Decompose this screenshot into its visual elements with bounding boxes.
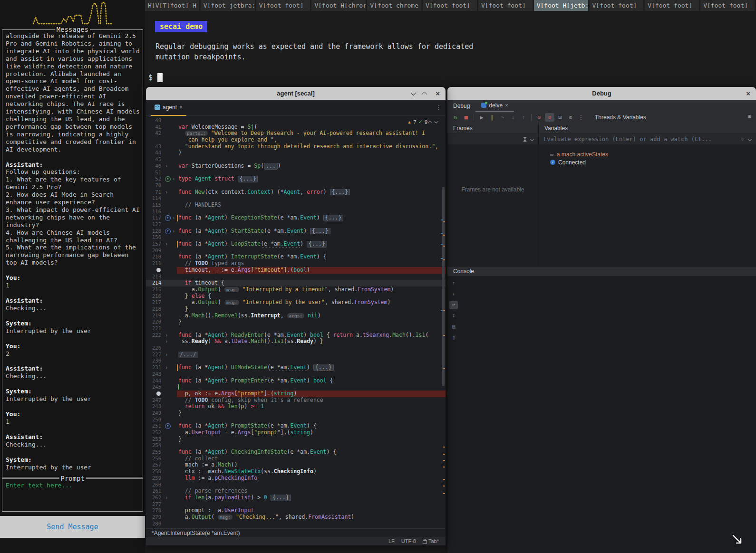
terminal-tab[interactable]: V[foot H[jetb: [534,0,588,11]
line-number: 280 [146,521,164,527]
editor-breadcrumb[interactable]: *Agent.InterruptState(e *am.Event) [146,528,446,537]
layout-settings-icon[interactable]: ⊞ [748,113,751,120]
terminal-tab[interactable]: V[foot H[chror [311,0,366,11]
overrides-icon[interactable]: ↑ [165,215,171,221]
line-number: 227 [146,352,164,358]
terminal-tab[interactable]: V[foot foot] [590,0,644,11]
fold-arrow-icon[interactable]: › [165,352,168,358]
scroll-to-end-icon[interactable]: ↧ [449,312,458,320]
gutter [164,475,177,482]
watch-item[interactable]: iConnected [550,158,756,166]
indent-indicator[interactable]: Tab* [428,537,439,545]
prompt-panel[interactable]: Prompt Enter text here... [2,478,143,512]
chat-message: You:1 [6,274,141,289]
print-icon[interactable]: ▤ [449,323,458,331]
encoding-indicator[interactable]: UTF-8 [401,537,416,545]
terminal-tab[interactable]: V[foot jetbra: [201,0,255,11]
terminal-tab[interactable]: V[foot foot] [423,0,477,11]
fold-arrow-icon[interactable]: › [172,176,175,182]
editor-tab-agent[interactable]: agent × [151,100,186,116]
resume-icon[interactable]: ▶ [477,113,486,122]
hourglass-icon[interactable] [523,137,527,142]
terminal-tab[interactable]: V[foot chrome [367,0,421,11]
pause-icon[interactable]: ∥ [487,113,497,122]
step-into-icon[interactable]: ↓ [508,113,518,122]
watch-label: Connected [558,159,586,166]
line-number: 116 [146,209,164,215]
step-out-icon[interactable]: ↑ [519,113,528,122]
code-text: } [177,410,446,417]
evaluate-expression-input[interactable]: Evaluate expression (Enter) or add a wat… [543,136,737,143]
evaluate-expression-row[interactable]: Evaluate expression (Enter) or add a wat… [539,134,756,144]
messages-panel: Messages alongside the release of Gemini… [2,29,143,477]
window-minimize-icon[interactable] [411,90,416,95]
stop-icon[interactable]: ■ [461,113,471,122]
fold-arrow-icon[interactable]: › [165,338,168,345]
code-editor[interactable]: ▲ 7 ✓ 9 4041var WelcomeMessage = Sj(42 p… [146,115,446,528]
toolbar-separator [531,114,532,121]
more-icon[interactable]: ⋮ [576,113,586,122]
rerun-icon[interactable]: ↻ [451,113,460,122]
clear-console-icon[interactable]: ▯ [449,334,458,342]
fold-arrow-icon[interactable]: › [165,241,168,248]
tab-close-icon[interactable]: × [505,102,508,109]
snapshot-icon[interactable]: ⊡ [555,113,565,122]
code-line: 222›func (a *Agent) ReadyEnter(e *am.Eve… [146,332,446,339]
debug-tab-delve[interactable]: delve× [475,100,514,112]
fold-arrow-icon[interactable]: › [172,228,175,235]
fold-arrow-icon[interactable]: › [172,215,175,221]
line-ending-indicator[interactable]: LF [388,537,395,545]
send-message-button[interactable]: Send Message [0,516,145,538]
line-number: 70 [146,182,164,189]
fold-arrow-icon[interactable]: › [165,332,168,339]
terminal-tab[interactable]: V[foot foot] [256,0,310,11]
console-header[interactable]: Console [447,266,756,276]
fold-arrow-icon[interactable]: › [165,364,168,371]
view-breakpoints-icon[interactable]: ⊘ [545,113,554,122]
breakpoint-dot[interactable] [156,391,161,396]
chevron-down-icon[interactable] [530,137,534,141]
mute-breakpoints-icon[interactable]: ⊘ [534,113,544,122]
gutter [164,488,177,495]
terminal-tab[interactable]: V[foot foot] [478,0,533,11]
terminal-cursor [157,73,163,82]
code-lines: 4041var WelcomeMessage = Sj(42 parts…: "… [146,117,446,527]
ide-titlebar[interactable]: agent [secai] × [146,87,446,100]
gutter: › [164,352,177,358]
add-watch-icon[interactable]: + [741,136,745,143]
scroll-up-icon[interactable]: ↑ [449,279,458,287]
implemented-icon[interactable]: ↑ [165,176,171,182]
gutter [164,325,177,332]
terminal-tab[interactable]: H[V[T[foot] H [145,0,199,11]
editor-options-kebab-icon[interactable]: ⋮ [436,104,442,111]
stripe-mark [441,244,443,245]
soft-wrap-icon[interactable]: ↩ [449,301,458,309]
window-maximize-icon[interactable] [422,91,427,96]
breakpoint-dot[interactable] [156,268,161,272]
shell-prompt[interactable]: $ [148,73,756,82]
window-close-icon[interactable]: × [746,90,750,97]
tab-close-icon[interactable]: × [179,104,183,111]
gutter [164,202,177,209]
scroll-down-icon[interactable]: ↓ [449,290,458,298]
editor-scrollbar[interactable] [442,187,445,386]
terminal-tab[interactable]: V[foot foot] [645,0,699,11]
threads-and-variables: Frames Frames are not available Variable… [447,123,756,266]
step-over-icon[interactable]: ↷ [498,113,507,122]
fold-arrow-icon[interactable]: › [165,189,168,196]
gutter [164,209,177,215]
debug-tab-debug[interactable]: Debug [447,100,475,112]
watch-item[interactable]: ∞a.mach.activeStates [550,150,756,158]
fold-arrow-icon[interactable]: › [165,495,168,501]
chevron-down-icon[interactable] [748,137,752,141]
prompt-input[interactable]: Enter text here... [6,482,73,489]
fold-arrow-icon[interactable]: › [165,163,168,170]
terminal-tab[interactable]: V[foot foot] [700,0,755,11]
debug-titlebar[interactable]: Debug × [447,87,756,100]
stripe-mark [443,447,445,448]
code-text [177,417,446,423]
settings-icon[interactable]: ⚙ [566,113,575,122]
overrides-icon[interactable]: ↑ [165,229,171,234]
overrides-icon[interactable]: ↑ [165,423,171,429]
window-close-icon[interactable]: × [436,90,440,97]
